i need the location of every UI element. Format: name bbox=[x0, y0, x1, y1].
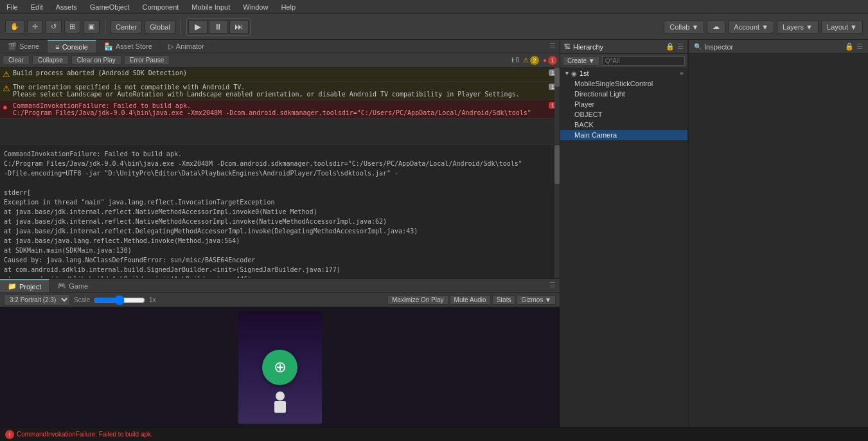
toolbar-right: Collab ▼ ☁ Account ▼ Layers ▼ Layout ▼ bbox=[664, 20, 863, 33]
warn-count-display: ⚠ 2 bbox=[523, 56, 539, 65]
inspector-lock[interactable]: 🔒 bbox=[845, 42, 854, 51]
console-icon: ≡ bbox=[55, 43, 59, 51]
move-tool-btn[interactable]: ✛ bbox=[27, 20, 43, 33]
tab-project[interactable]: 📁 Project bbox=[0, 279, 49, 292]
pause-btn[interactable]: ⏸ bbox=[209, 20, 228, 34]
clear-btn[interactable]: Clear bbox=[3, 55, 30, 65]
rect-tool-btn[interactable]: ▣ bbox=[83, 20, 100, 33]
message-text-2: The orientation specified is not compati… bbox=[13, 84, 546, 98]
rotate-tool-btn[interactable]: ↺ bbox=[46, 20, 62, 33]
console-toolbar: Clear Collapse Clear on Play Error Pause… bbox=[0, 53, 560, 68]
detail-line-6: Exception in thread "main" java.lang.ref… bbox=[4, 197, 556, 207]
menu-component[interactable]: Component bbox=[136, 2, 185, 12]
detail-scrollbar-thumb[interactable] bbox=[554, 145, 560, 184]
detail-line-8: at java.base/jdk.internal.reflect.Native… bbox=[4, 217, 556, 226]
move-icon: ⊕ bbox=[262, 350, 297, 385]
tab-game[interactable]: 🎮 Game bbox=[49, 279, 96, 292]
maximize-on-play-btn[interactable]: Maximize On Play bbox=[387, 295, 448, 305]
detail-scrollbar-track[interactable] bbox=[554, 145, 560, 278]
scrollbar-thumb[interactable] bbox=[554, 68, 560, 87]
game-viewport: ⊕ bbox=[238, 311, 322, 424]
layout-btn[interactable]: Layout ▼ bbox=[821, 21, 863, 33]
hier-item-maincamera[interactable]: Main Camera bbox=[560, 130, 687, 140]
hier-item-mobilestick[interactable]: MobileSingleStickControl bbox=[560, 78, 687, 89]
tab-asset-store[interactable]: 🏪 Asset Store bbox=[96, 40, 161, 53]
content-area: 🎬 Scene ≡ Console 🏪 Asset Store ▷ Animat… bbox=[0, 40, 868, 427]
create-btn[interactable]: Create ▼ bbox=[563, 56, 599, 66]
hierarchy-toolbar: Create ▼ bbox=[560, 54, 687, 68]
scale-tool-btn[interactable]: ⊞ bbox=[64, 20, 80, 33]
step-btn[interactable]: ⏭ bbox=[229, 20, 249, 34]
hier-item-back[interactable]: BACK bbox=[560, 120, 687, 130]
message-text-1: Build process aborted (Android SDK Detec… bbox=[13, 69, 546, 76]
inspector-panel: 🔍 Inspector 🔒 ☰ bbox=[688, 40, 868, 427]
status-error: ! CommandInvokationFailure: Failed to bu… bbox=[5, 430, 153, 439]
hierarchy-menu[interactable]: ☰ bbox=[677, 42, 684, 51]
play-btn[interactable]: ▶ bbox=[188, 20, 208, 34]
hand-tool-btn[interactable]: ✋ bbox=[5, 20, 24, 33]
hier-item-player[interactable]: Player bbox=[560, 99, 687, 109]
store-icon: 🏪 bbox=[104, 42, 113, 51]
tab-console[interactable]: ≡ Console bbox=[48, 40, 96, 53]
tab-animator[interactable]: ▷ Animator bbox=[161, 40, 213, 53]
warn-icon-1: ⚠ bbox=[3, 69, 13, 79]
menu-mobileinput[interactable]: Mobile Input bbox=[185, 2, 236, 12]
detail-line-2: C:/Program Files/Java/jdk-9.0.4\bin\java… bbox=[4, 159, 556, 168]
error-pause-btn[interactable]: Error Pause bbox=[124, 55, 170, 65]
menu-gameobject[interactable]: GameObject bbox=[84, 2, 136, 12]
menu-assets[interactable]: Assets bbox=[49, 2, 84, 12]
label-object: OBJECT bbox=[574, 111, 602, 118]
separator-1 bbox=[105, 19, 105, 35]
detail-line-10: at java.base/java.lang.reflect.Method.in… bbox=[4, 236, 556, 246]
scrollbar-track[interactable] bbox=[554, 68, 560, 144]
warn-icon: ⚠ bbox=[523, 57, 529, 64]
mute-audio-btn[interactable]: Mute Audio bbox=[450, 295, 491, 305]
menu-file[interactable]: File bbox=[0, 2, 24, 12]
game-display: ⊕ bbox=[0, 307, 560, 427]
collab-btn[interactable]: Collab ▼ bbox=[664, 21, 704, 33]
label-player: Player bbox=[574, 100, 594, 108]
arrow-1st: ▼ bbox=[564, 70, 570, 76]
detail-line-9: at java.base/jdk.internal.reflect.Delega… bbox=[4, 226, 556, 236]
menu-edit[interactable]: Edit bbox=[24, 2, 49, 12]
hierarchy-icon: 🏗 bbox=[564, 43, 571, 50]
global-btn[interactable]: Global bbox=[145, 21, 175, 33]
collapse-btn[interactable]: Collapse bbox=[32, 55, 69, 65]
cloud-btn[interactable]: ☁ bbox=[707, 20, 725, 33]
aspect-ratio-select[interactable]: 3:2 Portrait (2:3) bbox=[4, 294, 70, 305]
gizmos-btn[interactable]: Gizmos ▼ bbox=[517, 295, 556, 305]
warn-badge: 2 bbox=[530, 56, 539, 65]
panel-menu-btn[interactable]: ☰ bbox=[545, 40, 560, 53]
bottom-panel-menu[interactable]: ☰ bbox=[545, 279, 560, 292]
hierarchy-panel: 🏗 Hierarchy 🔒 ☰ Create ▼ ▼ ◉ 1st ≡ bbox=[560, 40, 688, 427]
tab-scene[interactable]: 🎬 Scene bbox=[0, 40, 48, 53]
label-1st: 1st bbox=[580, 69, 589, 77]
menu-window[interactable]: Window bbox=[236, 2, 274, 12]
detail-line-14: at com.android.sdklib.build.ApkBuilder.i… bbox=[4, 274, 556, 278]
left-content: 🎬 Scene ≡ Console 🏪 Asset Store ▷ Animat… bbox=[0, 40, 560, 427]
inspector-menu[interactable]: ☰ bbox=[856, 42, 863, 51]
layers-btn[interactable]: Layers ▼ bbox=[777, 21, 819, 33]
account-btn[interactable]: Account ▼ bbox=[728, 21, 774, 33]
scale-slider[interactable] bbox=[94, 296, 145, 305]
stats-btn[interactable]: Stats bbox=[492, 295, 516, 305]
menu-help[interactable]: Help bbox=[274, 2, 302, 12]
error-badge: 1 bbox=[548, 56, 557, 65]
hier-item-directional[interactable]: Directional Light bbox=[560, 89, 687, 99]
separator-2 bbox=[181, 19, 181, 35]
clear-on-play-btn[interactable]: Clear on Play bbox=[71, 55, 121, 65]
hier-item-1st[interactable]: ▼ ◉ 1st ≡ bbox=[560, 68, 687, 78]
figure-head bbox=[276, 392, 285, 401]
hierarchy-search[interactable] bbox=[602, 56, 685, 66]
label-back: BACK bbox=[574, 121, 594, 129]
status-error-icon: ! bbox=[5, 430, 14, 439]
hier-menu-1st[interactable]: ≡ bbox=[680, 70, 684, 77]
hier-item-object[interactable]: OBJECT bbox=[560, 109, 687, 120]
center-btn[interactable]: Center bbox=[111, 21, 142, 33]
console-row-warn-1[interactable]: ⚠ Build process aborted (Android SDK Det… bbox=[0, 68, 560, 82]
hierarchy-lock[interactable]: 🔒 bbox=[666, 42, 675, 51]
detail-line-1: CommandInvokationFailure: Failed to buil… bbox=[4, 149, 556, 159]
console-row-error-1[interactable]: ● CommandInvokationFailure: Failed to bu… bbox=[0, 100, 560, 119]
console-row-warn-2[interactable]: ⚠ The orientation specified is not compa… bbox=[0, 82, 560, 100]
game-icon: 🎮 bbox=[57, 282, 66, 290]
